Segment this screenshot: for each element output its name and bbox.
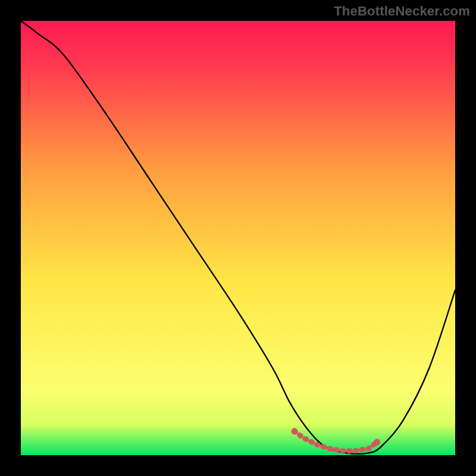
plot-area	[21, 21, 455, 455]
optimal-range-endpoint	[291, 428, 298, 434]
optimal-range-endpoint	[374, 439, 380, 446]
chart-frame: TheBottleNecker.com	[0, 0, 476, 476]
watermark-text: TheBottleNecker.com	[334, 4, 470, 19]
chart-svg	[21, 21, 455, 455]
